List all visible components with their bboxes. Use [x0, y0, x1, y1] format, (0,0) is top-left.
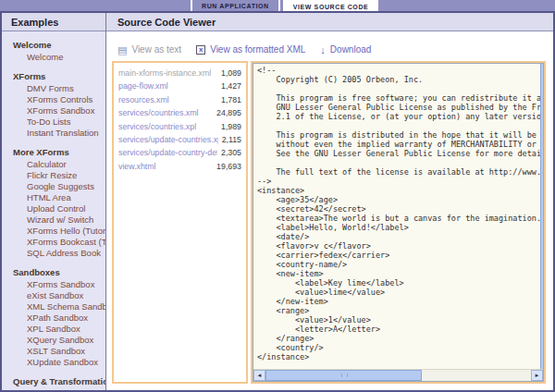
scrollbar-thumb[interactable]	[265, 370, 422, 381]
file-size: 1,781	[221, 93, 241, 106]
file-name[interactable]: view.xhtml	[118, 160, 156, 173]
app-window: RUN APPLICATION VIEW SOURCE CODE Example…	[0, 0, 555, 392]
sidebar-item-xquery-sandbox[interactable]: XQuery Sandbox	[2, 335, 105, 346]
sidebar-item-xml-schema-sandbox[interactable]: XML Schema Sandbox	[2, 301, 105, 312]
text-document-icon: ▤	[117, 45, 127, 55]
file-link-main-xforms-instance[interactable]: main-xforms-instance.xml 1,089	[118, 67, 241, 80]
file-link-page-flow[interactable]: page-flow.xml 1,427	[118, 80, 241, 92]
sidebar-item-xpath-sandbox[interactable]: XPath Sandbox	[2, 312, 105, 324]
sidebar-section-welcome: Welcome Welcome	[2, 39, 105, 63]
sidebar-item-xslt-sandbox[interactable]: XSLT Sandbox	[2, 346, 105, 357]
file-link-update-countries[interactable]: services/update-countries.xpl 2,115	[118, 133, 241, 146]
sidebar-item-xpl-sandbox[interactable]: XPL Sandbox	[2, 324, 105, 335]
page-title: Source Code Viewer	[106, 13, 553, 31]
file-size: 1,427	[221, 80, 241, 92]
sidebar-item-xforms-hello[interactable]: XForms Hello (Tutorial)	[2, 226, 105, 237]
main-panel: Source Code Viewer ▤ View as text x View…	[106, 13, 553, 390]
sidebar-item-html-area[interactable]: HTML Area	[2, 192, 105, 203]
sidebar-item-flickr-resize[interactable]: Flickr Resize	[2, 170, 105, 181]
file-list: main-xforms-instance.xml 1,089 page-flow…	[112, 61, 248, 384]
top-tab-bar: RUN APPLICATION VIEW SOURCE CODE	[0, 0, 555, 11]
source-panels: main-xforms-instance.xml 1,089 page-flow…	[112, 61, 546, 384]
xml-document-icon: x	[196, 45, 205, 55]
section-header: More XForms	[2, 146, 105, 159]
vertical-scrollbar[interactable]	[540, 64, 543, 369]
file-size: 19,693	[216, 160, 241, 173]
sidebar-title: Examples	[2, 13, 105, 31]
top-tabs: RUN APPLICATION VIEW SOURCE CODE	[191, 0, 378, 11]
section-header: XForms	[2, 70, 105, 83]
sidebar-item-xforms-sandbox[interactable]: XForms Sandbox	[2, 105, 105, 116]
file-link-services-countries-xml[interactable]: services/countries.xml 24,895	[118, 106, 241, 119]
file-link-update-country-details[interactable]: services/update-country-details.xpl 2,30…	[118, 146, 241, 159]
download-label: Download	[330, 44, 371, 55]
sidebar-item-welcome[interactable]: Welcome	[2, 52, 105, 63]
file-size: 24,895	[216, 106, 241, 119]
sidebar-item-xupdate-sandbox[interactable]: XUpdate Sandbox	[2, 357, 105, 368]
file-name[interactable]: main-xforms-instance.xml	[118, 67, 211, 80]
sidebar-item-xforms-bookcast[interactable]: XForms Bookcast (Tutorial)	[2, 237, 105, 248]
sidebar-section-more-xforms: More XForms Calculator Flickr Resize Goo…	[2, 146, 105, 259]
sidebar-item-todo-lists[interactable]: To-Do Lists	[2, 116, 105, 128]
sidebar-item-google-suggests[interactable]: Google Suggests	[2, 181, 105, 192]
sidebar-item-calculator[interactable]: Calculator	[2, 159, 105, 170]
scroll-right-button[interactable]: ►	[531, 370, 543, 381]
sidebar-section-query-transformation: Query & Transformation XQuery the Web	[2, 375, 105, 390]
source-viewer-toolbar: ▤ View as text x View as formatted XML ↓…	[117, 44, 546, 55]
sidebar-item-xforms-sandbox-2[interactable]: XForms Sandbox	[2, 279, 105, 290]
file-name[interactable]: resources.xml	[118, 93, 169, 106]
file-name[interactable]: services/update-countries.xpl	[118, 133, 218, 146]
sidebar-section-sandboxes: Sandboxes XForms Sandbox eXist Sandbox X…	[2, 266, 105, 368]
file-size: 2,115	[222, 133, 241, 146]
file-name[interactable]: page-flow.xml	[118, 80, 168, 92]
tab-run-application[interactable]: RUN APPLICATION	[191, 0, 280, 11]
sidebar-item-exist-sandbox[interactable]: eXist Sandbox	[2, 290, 105, 301]
file-link-resources[interactable]: resources.xml 1,781	[118, 93, 241, 106]
sidebar-item-xquery-the-web[interactable]: XQuery the Web	[2, 388, 105, 390]
sidebar-item-xforms-controls[interactable]: XForms Controls	[2, 94, 105, 105]
sidebar-item-dmv-forms[interactable]: DMV Forms	[2, 83, 105, 94]
file-size: 1,989	[221, 120, 241, 133]
tab-view-source-code[interactable]: VIEW SOURCE CODE	[283, 0, 379, 11]
scrollbar-track[interactable]	[422, 370, 531, 381]
sidebar-item-instant-translation[interactable]: Instant Translation	[2, 128, 105, 139]
section-header: Query & Transformation	[2, 375, 105, 388]
code-viewer-box: <!-- Copyright (C) 2005 Orbeon, Inc. Thi…	[251, 61, 546, 384]
scroll-left-button[interactable]: ◄	[253, 370, 265, 381]
sidebar: Examples Welcome Welcome XForms DMV Form…	[2, 13, 106, 390]
file-name[interactable]: services/update-country-details.xpl	[118, 146, 217, 159]
source-code-text[interactable]: <!-- Copyright (C) 2005 Orbeon, Inc. Thi…	[253, 64, 543, 369]
download-button[interactable]: ↓ Download	[320, 44, 371, 55]
view-as-formatted-xml-button[interactable]: x View as formatted XML	[196, 44, 305, 55]
main-body: ▤ View as text x View as formatted XML ↓…	[106, 31, 553, 390]
section-header: Welcome	[2, 39, 105, 52]
file-size: 2,305	[221, 146, 241, 159]
sidebar-section-xforms: XForms DMV Forms XForms Controls XForms …	[2, 70, 105, 139]
sidebar-menu: Welcome Welcome XForms DMV Forms XForms …	[2, 31, 105, 390]
code-viewer-inner: <!-- Copyright (C) 2005 Orbeon, Inc. Thi…	[253, 63, 544, 382]
horizontal-scrollbar[interactable]: ◄ ►	[253, 369, 543, 381]
section-header: Sandboxes	[2, 266, 105, 279]
file-link-view-xhtml[interactable]: view.xhtml 19,693	[118, 160, 241, 173]
view-as-text-button[interactable]: ▤ View as text	[117, 44, 181, 55]
download-arrow-icon: ↓	[320, 45, 326, 55]
file-name[interactable]: services/countries.xpl	[118, 120, 196, 133]
sidebar-item-sql-address-book[interactable]: SQL Address Book	[2, 248, 105, 259]
file-link-services-countries-xpl[interactable]: services/countries.xpl 1,989	[118, 120, 241, 133]
app-frame: Examples Welcome Welcome XForms DMV Form…	[0, 11, 555, 392]
sidebar-item-upload-control[interactable]: Upload Control	[2, 203, 105, 214]
view-as-text-label: View as text	[131, 44, 181, 55]
view-as-formatted-xml-label: View as formatted XML	[210, 44, 305, 55]
file-size: 1,089	[221, 67, 241, 80]
file-name[interactable]: services/countries.xml	[118, 106, 199, 119]
sidebar-item-wizard-switch[interactable]: Wizard w/ Switch	[2, 214, 105, 226]
